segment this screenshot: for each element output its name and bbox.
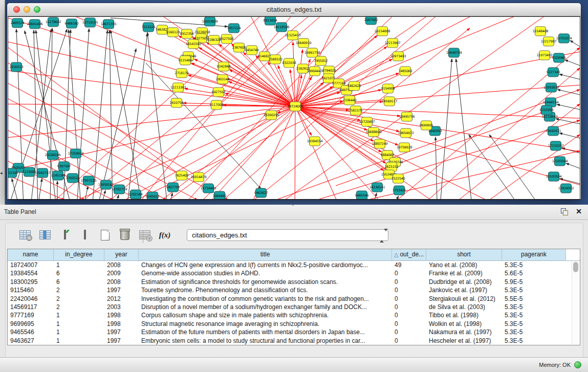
column-header-pagerank[interactable]: pagerank [502,249,566,260]
scrollbar-thumb[interactable] [573,262,578,272]
collapsed-side-panel[interactable]: ◂ [0,0,5,205]
cell-short: Dudbridge et al. (2008) [426,278,502,286]
cell-pagerank: 5.6E-5 [502,269,566,277]
svg-text:9242848: 9242848 [217,64,231,69]
table-select-dropdown[interactable]: citations_edges.txt [187,229,388,241]
column-header-year[interactable]: year [104,249,139,260]
cell-out_degree: 0 [392,278,426,286]
table-row[interactable]: 1872400712008Changes of HCN gene express… [8,261,580,269]
table-scrollbar[interactable] [572,261,579,344]
cell-out_degree: 0 [392,320,426,328]
select-all-button[interactable] [59,229,71,241]
svg-text:14569117: 14569117 [382,99,398,103]
column-header-short[interactable]: short [426,249,502,260]
svg-text:1753426: 1753426 [393,188,406,192]
column-header-out_degree[interactable]: △out_de... [392,249,426,260]
show-columns-button[interactable] [39,229,51,241]
table-header-row: namein_degreeyeartitle△out_de...shortpag… [8,249,580,261]
gear-icon [26,235,32,241]
table-panel-title: Table Panel [4,205,36,220]
clear-selection-button[interactable] [79,229,91,241]
panel-expand-arrow-icon[interactable]: ◂ [0,171,3,176]
disabled-x-icon: x [146,235,153,242]
svg-text:16053809: 16053809 [202,19,218,24]
svg-text:9329966: 9329966 [552,56,566,60]
svg-text:18495756: 18495756 [399,115,415,119]
table-row[interactable]: 946362711997Embryonic stem cells: a mode… [8,337,580,345]
table-settings-button[interactable] [19,229,31,241]
column-header-in_degree[interactable]: in_degree [54,249,104,260]
table-row[interactable]: 969969511998Structural magnetic resonanc… [8,320,580,328]
window-titlebar[interactable]: citations_edges.txt [7,3,581,16]
function-builder-button[interactable]: f(x) [159,229,171,241]
cell-title: Estimation of significance thresholds fo… [139,278,392,286]
cell-year: 2009 [104,269,139,277]
cell-title: Tourette syndrome. Phenomenology and cla… [139,286,392,294]
svg-text:16961758: 16961758 [304,51,320,55]
cell-short: Wolkin et al. (1998) [426,320,502,328]
svg-text:19218506: 19218506 [274,25,290,29]
svg-text:19654923: 19654923 [398,131,414,135]
cell-year: 1998 [104,320,139,328]
svg-text:17210357: 17210357 [548,144,564,148]
table-row[interactable]: 1938455462009Genome-wide association stu… [8,269,580,277]
svg-text:12444154: 12444154 [543,100,559,104]
cell-title: Embryonic stem cells: a model to study s… [139,337,392,345]
table-row[interactable]: 911546021997Tourette syndrome. Phenomeno… [8,286,580,294]
cell-short: Tibbo et al. (1998) [426,311,502,319]
table-row[interactable]: 1830029562008Estimation of significance … [8,278,580,286]
svg-text:18300295: 18300295 [264,113,279,117]
network-canvas[interactable]: 2405574206914061527860264661601071918514… [8,16,580,200]
network-view-window: citations_edges.txt 24055742069140615278… [7,3,581,200]
svg-text:10688609: 10688609 [366,130,382,134]
cell-title: Structural magnetic resonance image aver… [139,320,392,328]
cell-out_degree: 0 [392,328,426,336]
column-header-name[interactable]: name [8,249,54,260]
svg-text:9227343: 9227343 [547,70,560,74]
cell-in_degree: 2 [54,286,104,294]
float-panel-button[interactable] [561,208,569,216]
zoom-window-button[interactable] [34,6,40,13]
new-table-button[interactable] [99,229,111,241]
svg-text:9160123: 9160123 [166,30,180,34]
table-row[interactable]: 977716911998Corpus callosum shape and si… [8,311,580,319]
svg-text:2903144: 2903144 [216,77,230,81]
column-highlight-icon [43,231,46,239]
cell-year: 2008 [104,278,139,286]
table-row[interactable]: 2242004622012Investigating the contribut… [8,295,580,303]
table-row[interactable]: 1456911722003Disruption of a novel membe… [8,303,580,311]
cell-short: de Silva et al. (2003) [426,303,502,311]
empty-box-icon [85,230,86,239]
citation-network-graph[interactable]: 2405574206914061527860264661601071918514… [8,17,580,199]
table-toolbar: x f(x) citations_edges.txt [6,226,388,244]
svg-text:8215958: 8215958 [540,108,554,112]
close-panel-button[interactable]: ✕ [576,207,582,215]
svg-text:14671355: 14671355 [101,22,117,26]
cell-year: 1998 [104,311,139,319]
memory-ok-indicator[interactable] [574,361,581,368]
column-header-title[interactable]: title [139,249,392,260]
delete-table-button[interactable] [119,229,131,241]
cell-name: 9699695 [8,320,54,328]
svg-text:7625402: 7625402 [175,173,189,178]
cell-year: 1997 [104,337,139,345]
window-controls [13,6,40,13]
cell-name: 22420046 [8,295,54,303]
cell-short: Jankovic et al. (1997) [426,286,502,294]
svg-text:10973493: 10973493 [390,54,406,58]
cell-out_degree: 0 [392,286,426,294]
cell-year: 2008 [104,261,139,269]
blank-page-icon [101,230,110,240]
splitter-grip-icon[interactable]: ⌃ [291,204,295,209]
cell-title: Changes of HCN gene expression and I(f) … [139,261,392,269]
svg-text:19384554: 19384554 [307,139,323,143]
cell-year: 1997 [104,328,139,336]
svg-text:15716485: 15716485 [201,186,216,190]
svg-text:12924502: 12924502 [558,186,574,190]
svg-text:20691406: 20691406 [27,22,43,26]
close-window-button[interactable] [13,6,20,13]
minimize-window-button[interactable] [24,6,30,13]
table-row[interactable]: 946554611997Estimation of the future num… [8,328,580,336]
svg-text:12942757: 12942757 [35,171,51,175]
cell-short: Stergiakouli et al. (2012) [426,295,502,303]
